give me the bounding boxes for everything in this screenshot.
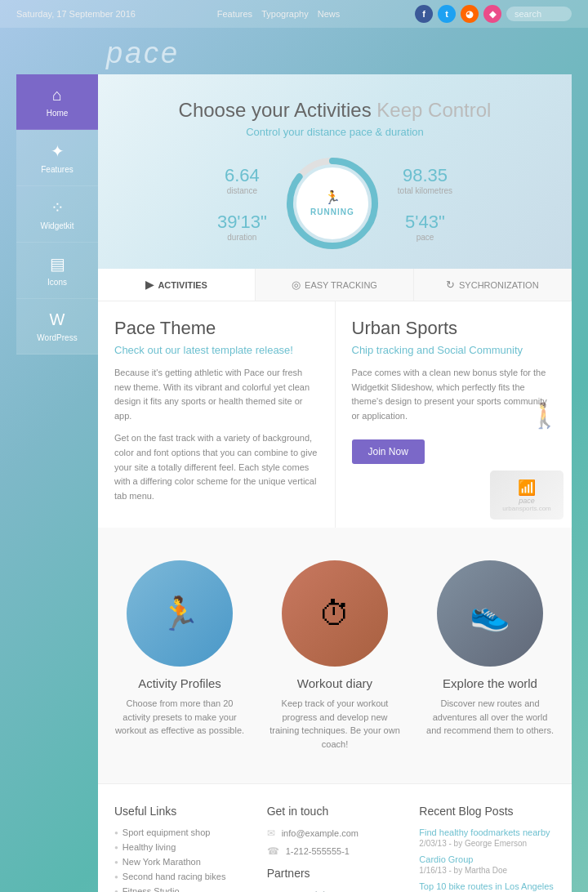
urban-subtitle: Chip tracking and Social Community bbox=[352, 344, 556, 356]
footer-links-title: Useful Links bbox=[114, 805, 251, 818]
circle-label: 🏃 RUNNING bbox=[310, 190, 354, 217]
footer-link-3[interactable]: ● New York Marathon bbox=[114, 857, 251, 867]
widgetkit-icon: ⁘ bbox=[24, 198, 90, 217]
card-img-explore: 👟 bbox=[437, 560, 543, 667]
dribbble-icon[interactable]: ◆ bbox=[483, 5, 501, 23]
email-icon: ✉ bbox=[267, 827, 275, 839]
bullet-icon: ● bbox=[114, 844, 118, 851]
pace-text-2: Get on the fast track with a variety of … bbox=[114, 431, 318, 503]
blog-post-2-link[interactable]: Cardio Group bbox=[419, 854, 555, 864]
activities-tab-icon: ▶ bbox=[145, 279, 154, 291]
footer-phone: ☎ 1-212-555555-1 bbox=[267, 845, 403, 857]
footer-links-col: Useful Links ● Sport equipment shop ● He… bbox=[114, 805, 251, 892]
home-icon: ⌂ bbox=[24, 86, 90, 105]
wordpress-icon: W bbox=[24, 310, 90, 329]
top-bar-right: f t ◕ ◆ bbox=[415, 5, 572, 23]
bullet-icon: ● bbox=[114, 829, 118, 836]
pace-section: Pace Theme Check out our latest template… bbox=[98, 301, 336, 528]
footer-section: Useful Links ● Sport equipment shop ● He… bbox=[98, 783, 572, 892]
card-text-activity: Choose from more than 20 activity preset… bbox=[114, 697, 245, 738]
hero-subtitle: Control your distance pace & duration bbox=[114, 126, 555, 138]
card-workout-diary: ⏱ Workout diary Keep track of your worko… bbox=[261, 552, 408, 759]
footer-link-1[interactable]: ● Sport equipment shop bbox=[114, 827, 251, 837]
logo-bar: pace bbox=[0, 28, 588, 74]
footer-contact-title: Get in touch bbox=[267, 805, 403, 818]
search-input[interactable] bbox=[506, 7, 572, 21]
sidebar-item-icons[interactable]: ▤ Icons bbox=[16, 243, 98, 299]
footer-link-2[interactable]: ● Healthy living bbox=[114, 842, 251, 852]
pace-subtitle: Check out our latest template release! bbox=[114, 344, 318, 356]
urban-text: Pace comes with a clean new bonus style … bbox=[352, 366, 556, 423]
footer-blog-col: Recent Blog Posts Find healthy foodmarke… bbox=[419, 805, 555, 892]
tab-activities[interactable]: ▶ ACTIVITIES bbox=[98, 269, 256, 301]
feature-cards: 🏃 Activity Profiles Choose from more tha… bbox=[98, 528, 572, 783]
main-layout: ⌂ Home ✦ Features ⁘ Widgetkit ▤ Icons W … bbox=[16, 74, 572, 892]
card-title-workout: Workout diary bbox=[270, 676, 400, 690]
sidebar: ⌂ Home ✦ Features ⁘ Widgetkit ▤ Icons W … bbox=[16, 74, 98, 892]
features-icon: ✦ bbox=[24, 141, 90, 161]
tracking-tab-icon: ◎ bbox=[292, 279, 301, 291]
icons-icon: ▤ bbox=[24, 254, 90, 274]
footer-email: ✉ info@example.com bbox=[267, 827, 403, 839]
card-text-workout: Keep track of your workout progress and … bbox=[270, 697, 400, 751]
urban-section: Urban Sports Chip tracking and Social Co… bbox=[336, 301, 572, 528]
tab-tracking[interactable]: ◎ EASY TRACKING bbox=[256, 269, 413, 301]
footer-partners-title: Partners bbox=[267, 867, 403, 880]
join-now-button[interactable]: Join Now bbox=[352, 439, 425, 464]
card-title-explore: Explore the world bbox=[425, 676, 555, 690]
blog-post-2-meta: 1/16/13 - by Martha Doe bbox=[419, 866, 555, 875]
facebook-icon[interactable]: f bbox=[415, 5, 433, 23]
tab-sync[interactable]: ↻ SYCHRONIZATION bbox=[414, 269, 572, 301]
stat-pace: 5'43" pace bbox=[398, 212, 452, 242]
stat-duration: 39'13" duration bbox=[217, 212, 267, 242]
stat-total-km: 98.35 total kilometres bbox=[398, 165, 452, 195]
twitter-icon[interactable]: t bbox=[438, 5, 456, 23]
nav-news[interactable]: News bbox=[318, 9, 341, 19]
urban-title: Urban Sports bbox=[352, 318, 556, 339]
bullet-icon: ● bbox=[114, 873, 118, 881]
sidebar-item-wordpress[interactable]: W WordPress bbox=[16, 299, 98, 355]
blog-post-3-link[interactable]: Top 10 bike routes in Los Angeles bbox=[419, 881, 555, 891]
pace-title: Pace Theme bbox=[114, 318, 318, 339]
sidebar-item-widgetkit[interactable]: ⁘ Widgetkit bbox=[16, 186, 98, 243]
card-text-explore: Discover new routes and adventures all o… bbox=[425, 697, 555, 738]
sidebar-item-home[interactable]: ⌂ Home bbox=[16, 74, 98, 130]
stat-distance: 6.64 distance bbox=[217, 165, 267, 195]
sync-tab-icon: ↻ bbox=[446, 279, 455, 291]
pace-text-1: Because it's getting athletic with Pace … bbox=[114, 366, 318, 423]
pace-card-decoration: 📶 pace urbansports.com bbox=[490, 471, 564, 520]
hero-title: Choose your Activities Keep Control bbox=[114, 99, 555, 122]
nav-typography[interactable]: Typography bbox=[261, 9, 308, 19]
card-img-activity: 🏃 bbox=[127, 560, 233, 667]
bullet-icon: ● bbox=[114, 888, 118, 892]
main-content: Choose your Activities Keep Control Cont… bbox=[98, 74, 572, 892]
sidebar-label-wordpress: WordPress bbox=[37, 333, 77, 342]
split-section: Pace Theme Check out our latest template… bbox=[98, 301, 572, 528]
activity-circle: 🏃 RUNNING bbox=[283, 154, 381, 252]
sidebar-label-home: Home bbox=[47, 109, 69, 118]
site-logo[interactable]: pace bbox=[106, 36, 180, 69]
card-activity-profiles: 🏃 Activity Profiles Choose from more tha… bbox=[106, 552, 253, 759]
rss-icon[interactable]: ◕ bbox=[461, 5, 479, 23]
card-explore: 👟 Explore the world Discover new routes … bbox=[416, 552, 564, 759]
date-display: Saturday, 17 September 2016 bbox=[16, 9, 136, 19]
sidebar-label-icons: Icons bbox=[47, 278, 67, 287]
nav-features[interactable]: Features bbox=[217, 9, 252, 19]
top-nav: Features Typography News bbox=[211, 9, 341, 19]
card-img-workout: ⏱ bbox=[282, 560, 388, 667]
footer-link-4[interactable]: ● Second hand racing bikes bbox=[114, 872, 251, 881]
sidebar-item-features[interactable]: ✦ Features bbox=[16, 130, 98, 186]
blog-post-1-meta: 2/03/13 - by George Emerson bbox=[419, 839, 555, 848]
phone-icon: ☎ bbox=[267, 845, 279, 857]
footer-contact-col: Get in touch ✉ info@example.com ☎ 1-212-… bbox=[267, 805, 403, 892]
sidebar-label-widgetkit: Widgetkit bbox=[40, 221, 74, 230]
hero-stats: 6.64 distance 39'13" duration bbox=[114, 154, 555, 252]
top-bar: Saturday, 17 September 2016 Features Typ… bbox=[0, 0, 588, 28]
footer-blog-title: Recent Blog Posts bbox=[419, 805, 555, 818]
hero-section: Choose your Activities Keep Control Cont… bbox=[98, 74, 572, 269]
card-title-activity: Activity Profiles bbox=[114, 676, 245, 690]
bullet-icon: ● bbox=[114, 859, 118, 866]
sidebar-label-features: Features bbox=[41, 165, 73, 174]
footer-link-5[interactable]: ● Fitness Studio bbox=[114, 886, 251, 892]
blog-post-1-link[interactable]: Find healthy foodmarkets nearby bbox=[419, 827, 555, 837]
